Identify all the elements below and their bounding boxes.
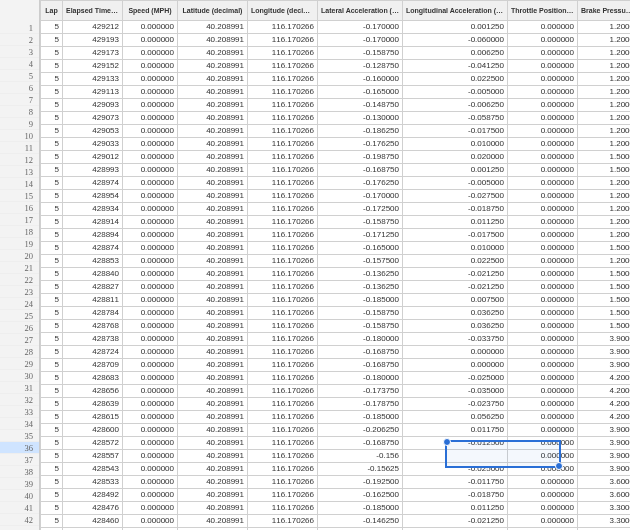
cell-lap[interactable]: 5: [41, 268, 63, 281]
row-header[interactable]: 2: [0, 34, 39, 46]
row-header[interactable]: 3: [0, 46, 39, 58]
row-header[interactable]: 17: [0, 214, 39, 226]
row-header[interactable]: 11: [0, 142, 39, 154]
cell-lat[interactable]: 40.208991: [178, 502, 248, 515]
cell-loc[interactable]: -0.005000: [403, 177, 508, 190]
cell-lac[interactable]: -0.186250: [318, 125, 403, 138]
cell-loc[interactable]: -0.012500: [403, 437, 508, 450]
cell-lat[interactable]: 40.208991: [178, 99, 248, 112]
cell-lac[interactable]: -0.160000: [318, 73, 403, 86]
cell-lon[interactable]: 116.170266: [248, 203, 318, 216]
cell-loc[interactable]: -0.035000: [403, 385, 508, 398]
cell-bp[interactable]: 4.2000: [578, 398, 631, 411]
cell-bp[interactable]: 3.9000: [578, 346, 631, 359]
cell-sp[interactable]: 0.000000: [123, 489, 178, 502]
cell-sp[interactable]: 0.000000: [123, 268, 178, 281]
cell-et[interactable]: 428572: [63, 437, 123, 450]
data-table[interactable]: LapElapsed Time (ms)Speed (MPH)Latitude …: [40, 0, 630, 530]
cell-bp[interactable]: 1.5000: [578, 294, 631, 307]
cell-lap[interactable]: 5: [41, 73, 63, 86]
cell-lon[interactable]: 116.170266: [248, 268, 318, 281]
cell-bp[interactable]: 1.2000: [578, 216, 631, 229]
cell-sp[interactable]: 0.000000: [123, 60, 178, 73]
row-header[interactable]: 33: [0, 406, 39, 418]
cell-lat[interactable]: 40.208991: [178, 476, 248, 489]
cell-sp[interactable]: 0.000000: [123, 203, 178, 216]
row-header[interactable]: 20: [0, 250, 39, 262]
cell-lon[interactable]: 116.170266: [248, 411, 318, 424]
row-header[interactable]: 13: [0, 166, 39, 178]
table-row[interactable]: 54292120.00000040.208991116.170266-0.170…: [41, 21, 631, 34]
cell-loc[interactable]: 0.036250: [403, 320, 508, 333]
cell-tp[interactable]: 0.000000: [508, 242, 578, 255]
row-header[interactable]: 26: [0, 322, 39, 334]
cell-lat[interactable]: 40.208991: [178, 437, 248, 450]
cell-loc[interactable]: 0.011250: [403, 216, 508, 229]
cell-loc[interactable]: -0.021250: [403, 268, 508, 281]
cell-lon[interactable]: 116.170266: [248, 333, 318, 346]
cell-bp[interactable]: 1.2000: [578, 34, 631, 47]
cell-sp[interactable]: 0.000000: [123, 333, 178, 346]
row-header[interactable]: 24: [0, 298, 39, 310]
cell-et[interactable]: 429173: [63, 47, 123, 60]
cell-loc[interactable]: 0.001250: [403, 164, 508, 177]
cell-tp[interactable]: 0.000000: [508, 34, 578, 47]
cell-sp[interactable]: 0.000000: [123, 112, 178, 125]
cell-et[interactable]: 428840: [63, 268, 123, 281]
cell-sp[interactable]: 0.000000: [123, 450, 178, 463]
column-header-lap[interactable]: Lap: [41, 1, 63, 21]
cell-lat[interactable]: 40.208991: [178, 281, 248, 294]
row-header-column[interactable]: 1234567891011121314151617181920212223242…: [0, 0, 40, 530]
cell-et[interactable]: 428827: [63, 281, 123, 294]
cell-lap[interactable]: 5: [41, 385, 63, 398]
cell-loc[interactable]: [403, 450, 508, 463]
cell-lat[interactable]: 40.208991: [178, 424, 248, 437]
table-row[interactable]: 54289930.00000040.208991116.170266-0.168…: [41, 164, 631, 177]
table-row[interactable]: 54287680.00000040.208991116.170266-0.158…: [41, 320, 631, 333]
row-header[interactable]: 31: [0, 382, 39, 394]
cell-lat[interactable]: 40.208991: [178, 411, 248, 424]
cell-loc[interactable]: -0.005000: [403, 86, 508, 99]
cell-lap[interactable]: 5: [41, 242, 63, 255]
cell-lon[interactable]: 116.170266: [248, 164, 318, 177]
cell-tp[interactable]: 0.000000: [508, 21, 578, 34]
cell-tp[interactable]: 0.000000: [508, 229, 578, 242]
table-row[interactable]: 54290330.00000040.208991116.170266-0.176…: [41, 138, 631, 151]
cell-lon[interactable]: 116.170266: [248, 73, 318, 86]
cell-sp[interactable]: 0.000000: [123, 463, 178, 476]
cell-loc[interactable]: 0.007500: [403, 294, 508, 307]
cell-tp[interactable]: 0.000000: [508, 450, 578, 463]
cell-bp[interactable]: 1.5000: [578, 151, 631, 164]
cell-lat[interactable]: 40.208991: [178, 190, 248, 203]
row-header[interactable]: 18: [0, 226, 39, 238]
cell-bp[interactable]: 1.5000: [578, 268, 631, 281]
cell-lap[interactable]: 5: [41, 320, 63, 333]
row-header[interactable]: 7: [0, 94, 39, 106]
cell-et[interactable]: 429093: [63, 99, 123, 112]
cell-tp[interactable]: 0.000000: [508, 47, 578, 60]
cell-sp[interactable]: 0.000000: [123, 190, 178, 203]
cell-lac[interactable]: -0.170000: [318, 34, 403, 47]
cell-lat[interactable]: 40.208991: [178, 346, 248, 359]
cell-lat[interactable]: 40.208991: [178, 385, 248, 398]
cell-lat[interactable]: 40.208991: [178, 229, 248, 242]
cell-lac[interactable]: -0.158750: [318, 216, 403, 229]
cell-et[interactable]: 428894: [63, 229, 123, 242]
table-row[interactable]: 54288740.00000040.208991116.170266-0.165…: [41, 242, 631, 255]
cell-lat[interactable]: 40.208991: [178, 268, 248, 281]
column-header-tp[interactable]: Throttle Position (%): [508, 1, 578, 21]
cell-lac[interactable]: -0.165000: [318, 242, 403, 255]
cell-lat[interactable]: 40.208991: [178, 307, 248, 320]
table-row[interactable]: 54286830.00000040.208991116.170266-0.180…: [41, 372, 631, 385]
row-header[interactable]: 42: [0, 514, 39, 526]
cell-loc[interactable]: 0.010000: [403, 138, 508, 151]
cell-et[interactable]: 428557: [63, 450, 123, 463]
row-header[interactable]: 39: [0, 478, 39, 490]
cell-et[interactable]: 429133: [63, 73, 123, 86]
cell-et[interactable]: 428784: [63, 307, 123, 320]
cell-et[interactable]: 428811: [63, 294, 123, 307]
table-row[interactable]: 54289340.00000040.208991116.170266-0.172…: [41, 203, 631, 216]
cell-lac[interactable]: -0.158750: [318, 307, 403, 320]
cell-lac[interactable]: -0.173750: [318, 385, 403, 398]
cell-tp[interactable]: 0.000000: [508, 476, 578, 489]
